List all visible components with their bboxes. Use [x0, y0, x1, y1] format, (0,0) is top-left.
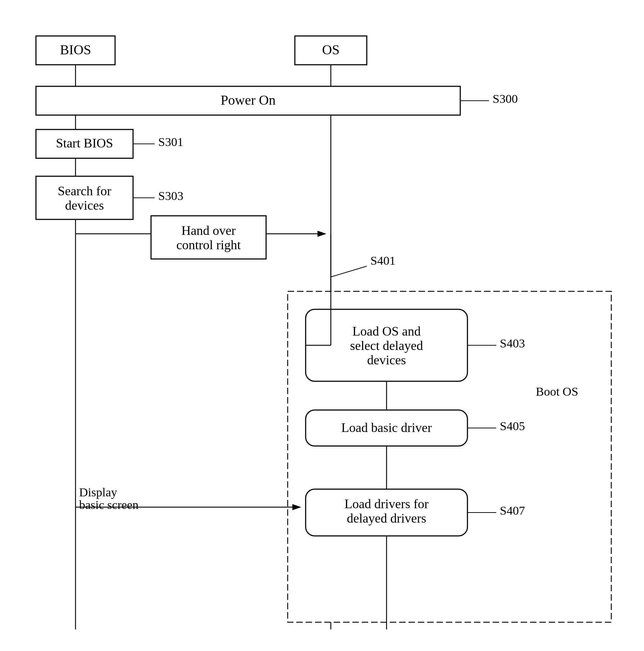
start-bios-box: Start BIOS — [56, 136, 113, 150]
search-devices-box-2: devices — [65, 198, 104, 213]
diagram-container: BIOS OS Power On S300 Start BIOS S301 Se… — [0, 0, 644, 651]
boot-os-label: Boot OS — [536, 385, 578, 398]
hand-over-box: Hand over — [182, 223, 236, 238]
load-os-box-3: devices — [367, 353, 406, 367]
os-label: OS — [322, 42, 340, 57]
load-delayed-drivers-box-2: delayed drivers — [347, 511, 426, 525]
s405-label: S405 — [500, 419, 525, 433]
display-basic-screen-label-2: basic screen — [79, 498, 138, 511]
display-basic-screen-label: Display — [79, 486, 117, 499]
svg-line-17 — [331, 266, 367, 277]
s301-label: S301 — [158, 135, 183, 149]
bios-label: BIOS — [60, 42, 91, 57]
load-os-box-2: select delayed — [350, 338, 423, 353]
s401-label: S401 — [370, 254, 396, 267]
s403-label: S403 — [500, 337, 525, 350]
hand-over-box-2: control right — [177, 238, 241, 252]
search-devices-box: Search for — [58, 184, 111, 198]
load-basic-driver-box: Load basic driver — [341, 420, 432, 435]
load-delayed-drivers-box: Load drivers for — [344, 497, 429, 511]
s407-label: S407 — [500, 504, 525, 517]
power-on-box: Power On — [220, 92, 275, 108]
s300-label: S300 — [493, 92, 518, 105]
load-os-box: Load OS and — [352, 324, 421, 338]
s303-label: S303 — [158, 189, 183, 202]
